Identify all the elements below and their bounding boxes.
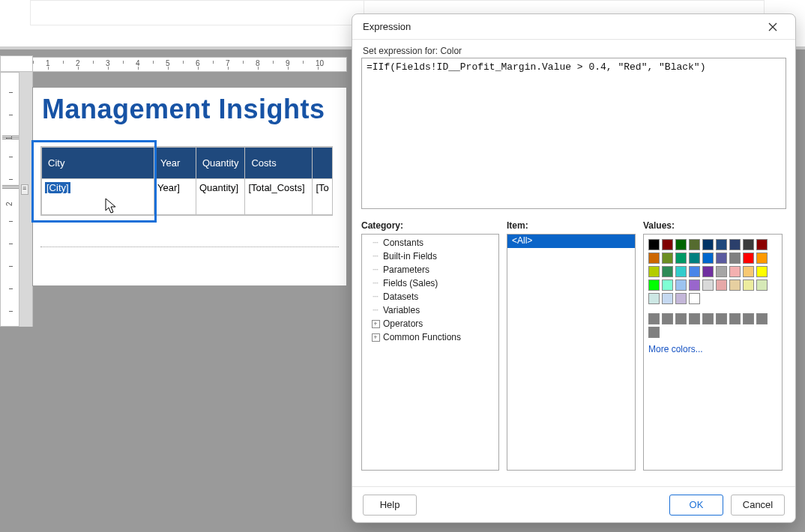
color-swatch[interactable] bbox=[743, 266, 754, 277]
color-swatch[interactable] bbox=[743, 313, 754, 324]
cell-costs[interactable]: [Total_Costs] bbox=[245, 179, 313, 215]
category-listbox[interactable]: ┈Constants┈Built-in Fields┈Parameters┈Fi… bbox=[361, 234, 499, 471]
more-colors-link[interactable]: More colors... bbox=[648, 344, 777, 354]
expression-textarea[interactable] bbox=[361, 58, 786, 209]
color-swatch[interactable] bbox=[743, 239, 754, 250]
color-swatch[interactable] bbox=[716, 313, 727, 324]
color-swatch[interactable] bbox=[702, 253, 714, 264]
color-swatch[interactable] bbox=[648, 253, 660, 264]
cell-quantity[interactable]: Quantity] bbox=[196, 179, 245, 215]
color-swatch[interactable] bbox=[756, 279, 768, 291]
color-swatch[interactable] bbox=[689, 279, 700, 291]
dialog-title: Expression bbox=[363, 21, 411, 32]
category-item[interactable]: +Operators bbox=[365, 317, 498, 330]
color-swatch[interactable] bbox=[675, 313, 687, 324]
color-swatch[interactable] bbox=[689, 253, 700, 264]
item-row[interactable]: <All> bbox=[507, 235, 635, 248]
color-swatch[interactable] bbox=[756, 266, 768, 277]
color-swatch[interactable] bbox=[716, 266, 727, 277]
close-button[interactable] bbox=[758, 16, 788, 37]
category-item[interactable]: ┈Variables bbox=[365, 303, 498, 317]
color-swatch[interactable] bbox=[648, 266, 660, 277]
tablix[interactable]: City Year Quantity Costs [City] Year] Qu… bbox=[40, 146, 333, 216]
ruler-corner bbox=[0, 55, 33, 72]
vertical-ruler: 12 bbox=[0, 72, 19, 327]
expression-dialog: Expression Set expression for: Color Cat… bbox=[352, 13, 796, 523]
row-grip-handle[interactable] bbox=[21, 184, 28, 195]
color-swatch[interactable] bbox=[648, 239, 660, 250]
color-swatch[interactable] bbox=[702, 239, 714, 250]
category-header: Category: bbox=[361, 220, 499, 231]
color-swatch[interactable] bbox=[689, 239, 700, 250]
category-item[interactable]: ┈Parameters bbox=[365, 263, 498, 276]
category-item[interactable]: +Common Functions bbox=[365, 330, 498, 344]
color-swatches-gray bbox=[648, 313, 779, 338]
color-swatch[interactable] bbox=[662, 266, 673, 277]
color-swatch[interactable] bbox=[648, 313, 660, 324]
cell-city-value: [City] bbox=[45, 182, 70, 193]
color-swatch[interactable] bbox=[662, 293, 673, 304]
color-swatch[interactable] bbox=[648, 279, 660, 291]
close-icon bbox=[768, 22, 777, 31]
color-swatch[interactable] bbox=[729, 253, 741, 264]
cancel-button[interactable]: Cancel bbox=[731, 495, 785, 516]
row-handle-strip bbox=[19, 72, 33, 327]
color-swatch[interactable] bbox=[675, 253, 687, 264]
color-swatch[interactable] bbox=[756, 253, 768, 264]
color-swatch[interactable] bbox=[716, 253, 727, 264]
ok-button[interactable]: OK bbox=[669, 495, 723, 516]
color-swatch[interactable] bbox=[729, 266, 741, 277]
mouse-cursor-icon bbox=[105, 198, 118, 214]
color-swatch[interactable] bbox=[702, 266, 714, 277]
color-swatch[interactable] bbox=[662, 239, 673, 250]
report-design-canvas[interactable]: Management Insights City Year Quantity C… bbox=[32, 87, 347, 286]
category-item[interactable]: ┈Built-in Fields bbox=[365, 250, 498, 263]
help-button[interactable]: Help bbox=[363, 495, 417, 516]
category-item[interactable]: ┈Constants bbox=[365, 236, 498, 250]
color-swatch[interactable] bbox=[729, 279, 741, 291]
color-swatch[interactable] bbox=[662, 253, 673, 264]
cell-year[interactable]: Year] bbox=[154, 179, 196, 215]
report-title[interactable]: Management Insights bbox=[42, 94, 325, 125]
color-swatch[interactable] bbox=[702, 279, 714, 291]
col-header-city[interactable]: City bbox=[42, 148, 154, 179]
col-header-year[interactable]: Year bbox=[154, 148, 196, 179]
col-header-costs[interactable]: Costs bbox=[245, 148, 313, 179]
section-divider-dots bbox=[40, 247, 339, 247]
color-swatch[interactable] bbox=[702, 313, 714, 324]
color-swatch[interactable] bbox=[648, 293, 660, 304]
color-swatch[interactable] bbox=[729, 239, 741, 250]
category-item[interactable]: ┈Fields (Sales) bbox=[365, 276, 498, 290]
item-listbox[interactable]: <All> bbox=[507, 234, 636, 471]
color-swatch[interactable] bbox=[716, 239, 727, 250]
cell-extra[interactable]: [To bbox=[313, 179, 332, 215]
color-swatch[interactable] bbox=[716, 279, 727, 291]
color-swatch[interactable] bbox=[743, 279, 754, 291]
cell-city[interactable]: [City] bbox=[42, 179, 154, 215]
color-swatch[interactable] bbox=[756, 313, 768, 324]
color-swatch[interactable] bbox=[689, 266, 700, 277]
color-swatch[interactable] bbox=[675, 279, 687, 291]
values-panel[interactable]: More colors... bbox=[643, 234, 783, 471]
color-swatch[interactable] bbox=[662, 279, 673, 291]
dialog-footer: Help OK Cancel bbox=[352, 486, 795, 522]
color-swatch[interactable] bbox=[675, 266, 687, 277]
item-header: Item: bbox=[507, 220, 636, 231]
color-swatch[interactable] bbox=[675, 239, 687, 250]
category-item[interactable]: ┈Datasets bbox=[365, 290, 498, 303]
values-header: Values: bbox=[643, 220, 783, 231]
dialog-titlebar[interactable]: Expression bbox=[352, 14, 795, 40]
color-swatch[interactable] bbox=[689, 313, 700, 324]
color-swatch[interactable] bbox=[662, 313, 673, 324]
color-swatches bbox=[648, 239, 779, 304]
color-swatch[interactable] bbox=[756, 239, 768, 250]
color-swatch[interactable] bbox=[689, 293, 700, 304]
color-swatch[interactable] bbox=[648, 327, 660, 338]
color-swatch[interactable] bbox=[675, 293, 687, 304]
color-swatch[interactable] bbox=[729, 313, 741, 324]
col-header-extra[interactable] bbox=[313, 148, 332, 179]
color-swatch[interactable] bbox=[743, 253, 754, 264]
col-header-quantity[interactable]: Quantity bbox=[196, 148, 245, 179]
set-expression-label: Set expression for: Color bbox=[363, 46, 786, 56]
horizontal-ruler: 12345678910 bbox=[32, 57, 347, 72]
